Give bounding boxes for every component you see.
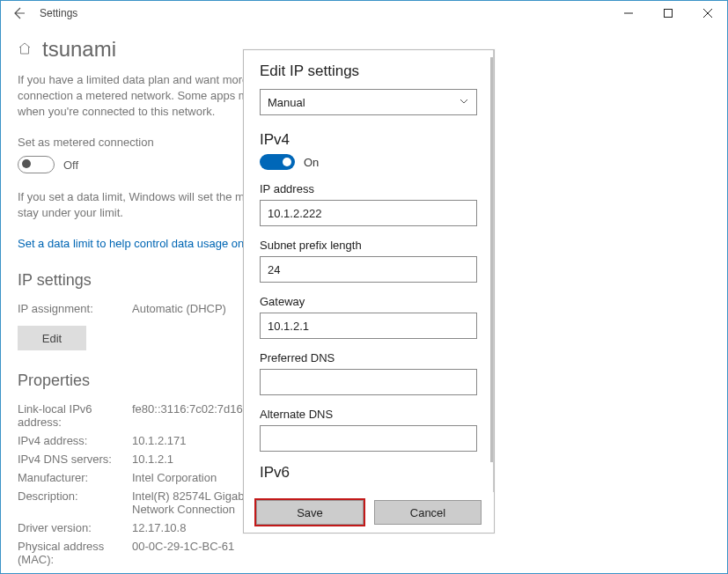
gateway-label: Gateway [260, 295, 477, 308]
page-title: tsunami [42, 37, 116, 62]
edit-button[interactable]: Edit [18, 326, 86, 350]
metered-toggle-state: Off [63, 158, 78, 172]
gateway-input[interactable] [260, 313, 477, 339]
alternate-dns-label: Alternate DNS [260, 408, 477, 421]
prop-value: 00-0C-29-1C-BC-61 [132, 540, 234, 566]
prop-label: Manufacturer: [18, 471, 132, 484]
subnet-input[interactable] [260, 256, 477, 283]
ip-mode-dropdown[interactable]: Manual [260, 89, 477, 115]
ipv4-section-header: IPv4 [260, 131, 477, 149]
prop-label: Link-local IPv6 address: [18, 402, 132, 429]
subnet-group: Subnet prefix length [260, 239, 477, 283]
ip-address-group: IP address [260, 182, 477, 226]
close-button[interactable] [688, 1, 727, 26]
dialog-footer: Save Cancel [244, 492, 494, 533]
alternate-dns-input[interactable] [260, 425, 477, 452]
ipv6-section-header: IPv6 [260, 464, 477, 482]
prop-value: 12.17.10.8 [132, 521, 186, 534]
minimize-button[interactable] [608, 1, 648, 26]
prop-label: Driver version: [18, 521, 132, 534]
back-button[interactable] [1, 1, 36, 26]
prop-label: Description: [18, 489, 132, 516]
chevron-down-icon [459, 96, 469, 109]
minimize-icon [624, 9, 633, 18]
maximize-button[interactable] [648, 1, 688, 26]
prop-label: IPv4 DNS servers: [18, 453, 132, 466]
ip-assignment-value: Automatic (DHCP) [132, 302, 226, 315]
dialog-title: Edit IP settings [260, 63, 477, 80]
svg-rect-1 [664, 10, 672, 18]
ipv4-toggle-row: On [260, 154, 477, 170]
close-icon [703, 9, 712, 18]
home-icon[interactable] [18, 41, 32, 58]
titlebar: Settings [1, 1, 727, 26]
ip-address-label: IP address [260, 182, 477, 195]
metered-toggle[interactable] [18, 156, 55, 173]
cancel-button[interactable]: Cancel [374, 500, 482, 525]
edit-ip-settings-dialog: Edit IP settings Manual IPv4 On IP addre… [243, 49, 495, 534]
preferred-dns-label: Preferred DNS [260, 351, 477, 364]
maximize-icon [664, 9, 673, 18]
alternate-dns-group: Alternate DNS [260, 408, 477, 452]
ipv4-toggle[interactable] [260, 154, 295, 170]
gateway-group: Gateway [260, 295, 477, 339]
preferred-dns-input[interactable] [260, 369, 477, 395]
window-title: Settings [40, 7, 77, 19]
ip-address-input[interactable] [260, 200, 477, 226]
dialog-body: Edit IP settings Manual IPv4 On IP addre… [244, 50, 494, 492]
preferred-dns-group: Preferred DNS [260, 351, 477, 395]
prop-value: Intel Corporation [132, 471, 217, 484]
prop-value: 10.1.2.1 [132, 453, 173, 466]
ipv4-toggle-state: On [304, 156, 319, 169]
ip-assignment-label: IP assignment: [18, 302, 132, 315]
prop-value: 10.1.2.171 [132, 434, 186, 447]
window-controls [608, 1, 727, 26]
prop-row-mac: Physical address (MAC): 00-0C-29-1C-BC-6… [18, 540, 710, 566]
save-button[interactable]: Save [256, 500, 364, 525]
ip-mode-selected: Manual [268, 96, 305, 109]
dialog-scrollbar[interactable] [490, 57, 493, 462]
back-arrow-icon [11, 6, 26, 20]
prop-label: IPv4 address: [18, 434, 132, 447]
prop-label: Physical address (MAC): [18, 540, 132, 566]
subnet-label: Subnet prefix length [260, 239, 477, 252]
